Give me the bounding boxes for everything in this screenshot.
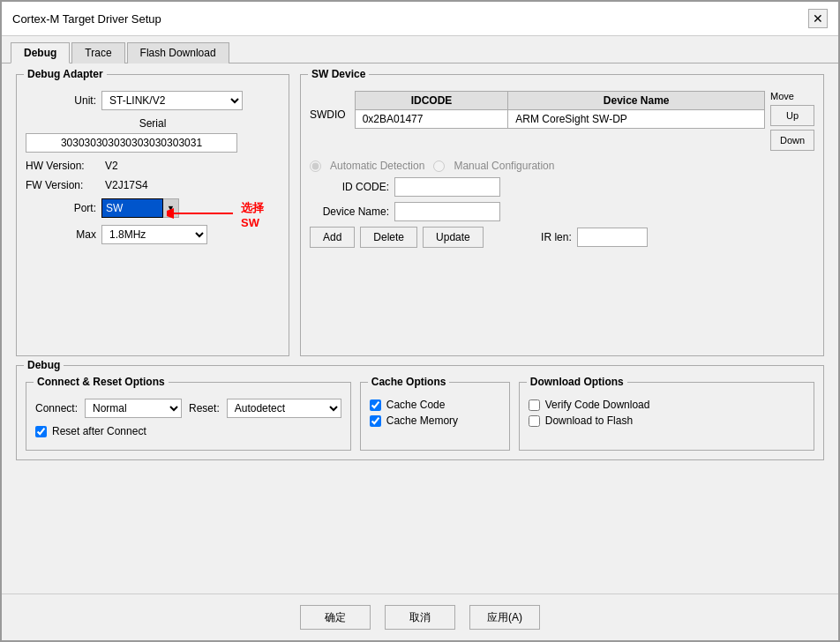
port-label: Port: [26, 202, 96, 214]
tab-flash-download[interactable]: Flash Download [127, 42, 229, 63]
fw-version-label: FW Version: [26, 179, 105, 191]
dialog: Cortex-M Target Driver Setup ✕ Debug Tra… [0, 0, 840, 642]
col-device-name: Device Name [508, 92, 765, 110]
debug-section: Debug Connect & Reset Options Connect: N… [16, 365, 824, 460]
close-button[interactable]: ✕ [808, 9, 828, 28]
cache-options-legend: Cache Options [368, 376, 450, 388]
download-to-flash-row: Download to Flash [529, 414, 805, 427]
annotation: 选择 SW [167, 200, 280, 229]
hw-version-row: HW Version: V2 [26, 160, 280, 172]
action-buttons: Add Delete Update [310, 227, 484, 248]
manual-config-label: Manual Configuration [454, 160, 554, 172]
download-options-group: Download Options Verify Code Download Do… [519, 382, 814, 451]
footer: 确定 取消 应用(A) [2, 593, 838, 640]
connect-row: Connect: Normal with Pre-reset Under Res… [35, 399, 341, 418]
reset-label: Reset: [189, 402, 220, 414]
connect-reset-group: Connect & Reset Options Connect: Normal … [26, 382, 351, 451]
reset-select[interactable]: Autodetect Software Hardware [227, 399, 341, 418]
unit-label: Unit: [26, 94, 96, 107]
download-to-flash-label: Download to Flash [545, 414, 633, 427]
update-button[interactable]: Update [423, 227, 484, 248]
delete-button[interactable]: Delete [360, 227, 417, 248]
auto-detect-label: Automatic Detection [330, 160, 424, 172]
connect-label: Connect: [35, 402, 78, 414]
table-row[interactable]: 0x2BA01477 ARM CoreSight SW-DP [355, 110, 764, 129]
connect-reset-legend: Connect & Reset Options [34, 376, 169, 388]
cache-memory-label: Cache Memory [386, 414, 458, 427]
device-name-label: Device Name: [310, 205, 389, 218]
serial-value: 303030303030303030303031 [26, 133, 237, 153]
cell-idcode: 0x2BA01477 [355, 110, 508, 129]
ir-len-row: IR len: [492, 228, 648, 247]
down-button[interactable]: Down [770, 130, 814, 151]
top-section: Debug Adapter Unit: ST-LINK/V2 ST-LINK/V… [16, 74, 824, 356]
title-bar: Cortex-M Target Driver Setup ✕ [2, 2, 838, 36]
debug-inner: Connect & Reset Options Connect: Normal … [26, 382, 814, 451]
sw-table: IDCODE Device Name 0x2BA01477 ARM CoreSi… [355, 91, 765, 129]
reset-after-connect-label: Reset after Connect [52, 425, 146, 437]
tabs-bar: Debug Trace Flash Download [2, 36, 838, 63]
sw-device-group: SW Device SWDIO IDCODE Device Name [300, 74, 824, 356]
download-to-flash-checkbox[interactable] [529, 415, 540, 427]
reset-after-connect-checkbox[interactable] [35, 426, 47, 437]
reset-after-connect-row: Reset after Connect [35, 425, 341, 437]
port-value: SW [101, 198, 163, 218]
serial-label: Serial [26, 117, 280, 130]
verify-code-label: Verify Code Download [545, 399, 650, 411]
unit-select[interactable]: ST-LINK/V2 ST-LINK/V3 [101, 91, 243, 110]
move-buttons: Move Up Down [770, 91, 814, 151]
sw-device-inner: SWDIO IDCODE Device Name [310, 91, 814, 248]
cancel-button[interactable]: 取消 [385, 605, 455, 630]
id-code-input[interactable] [394, 177, 500, 197]
move-label: Move [770, 91, 814, 101]
verify-code-checkbox[interactable] [529, 399, 540, 411]
ir-len-label: IR len: [492, 231, 572, 243]
hw-version-label: HW Version: [26, 160, 105, 172]
confirm-button[interactable]: 确定 [300, 605, 371, 630]
btn-ir-row: Add Delete Update IR len: [310, 227, 814, 248]
radio-row: Automatic Detection Manual Configuration [310, 160, 814, 172]
cache-code-label: Cache Code [386, 399, 446, 411]
apply-button[interactable]: 应用(A) [469, 605, 540, 630]
cache-code-checkbox[interactable] [370, 399, 381, 411]
cache-code-row: Cache Code [370, 399, 500, 411]
up-button[interactable]: Up [770, 105, 814, 126]
device-name-row: Device Name: [310, 202, 814, 221]
annotation-arrow [167, 205, 237, 222]
annotation-text: 选择 SW [241, 200, 280, 229]
fw-version-value: V2J17S4 [105, 179, 148, 191]
device-name-input[interactable] [394, 202, 500, 221]
add-button[interactable]: Add [310, 227, 355, 248]
cache-memory-checkbox[interactable] [370, 415, 381, 427]
tab-trace[interactable]: Trace [71, 42, 124, 63]
cache-options-group: Cache Options Cache Code Cache Memory [360, 382, 510, 451]
dialog-title: Cortex-M Target Driver Setup [12, 12, 161, 26]
main-content: Debug Adapter Unit: ST-LINK/V2 ST-LINK/V… [2, 63, 838, 593]
fw-version-row: FW Version: V2J17S4 [26, 179, 280, 191]
download-options-legend: Download Options [527, 376, 627, 388]
cache-memory-row: Cache Memory [370, 414, 500, 427]
auto-detect-radio[interactable] [310, 160, 321, 172]
debug-adapter-group: Debug Adapter Unit: ST-LINK/V2 ST-LINK/V… [16, 74, 289, 356]
debug-adapter-legend: Debug Adapter [24, 68, 107, 80]
unit-row: Unit: ST-LINK/V2 ST-LINK/V3 [26, 91, 280, 110]
debug-legend: Debug [24, 359, 64, 371]
connect-select[interactable]: Normal with Pre-reset Under Reset [85, 399, 182, 418]
ir-len-input[interactable] [577, 228, 648, 247]
tab-debug[interactable]: Debug [11, 42, 70, 63]
id-code-row: ID CODE: [310, 177, 814, 197]
col-idcode: IDCODE [355, 92, 508, 110]
verify-code-row: Verify Code Download [529, 399, 805, 411]
cell-device-name: ARM CoreSight SW-DP [508, 110, 765, 129]
manual-config-radio[interactable] [433, 160, 445, 172]
id-code-label: ID CODE: [310, 181, 389, 193]
sw-device-legend: SW Device [308, 68, 369, 80]
swdio-label: SWDIO [310, 108, 346, 121]
port-row: Port: SW ▼ [26, 198, 280, 218]
max-label: Max [26, 228, 96, 241]
hw-version-value: V2 [105, 160, 118, 172]
